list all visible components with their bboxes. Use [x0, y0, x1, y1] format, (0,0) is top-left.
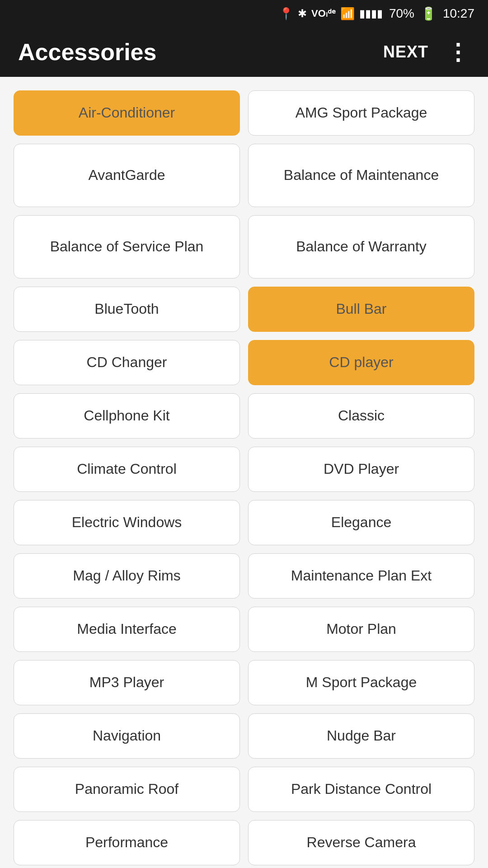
- chip-cd-player[interactable]: CD player: [248, 340, 474, 385]
- location-icon: 📍: [279, 7, 293, 21]
- clock: 10:27: [443, 6, 474, 21]
- chip-balance-of-maintenance[interactable]: Balance of Maintenance: [248, 144, 474, 207]
- chip-performance[interactable]: Performance: [14, 820, 240, 865]
- chip-media-interface[interactable]: Media Interface: [14, 607, 240, 652]
- status-icons: 📍 ✱ VOₗᵈᵉ 📶 ▮▮▮▮: [279, 7, 383, 21]
- chip-bluetooth[interactable]: BlueTooth: [14, 287, 240, 332]
- chip-climate-control[interactable]: Climate Control: [14, 447, 240, 492]
- app-bar: Accessories NEXT ⋮: [0, 27, 488, 77]
- volte-icon: VOₗᵈᵉ: [311, 8, 336, 19]
- app-bar-actions: NEXT ⋮: [383, 41, 470, 63]
- chip-classic[interactable]: Classic: [248, 393, 474, 439]
- chip-air-conditioner[interactable]: Air-Conditioner: [14, 90, 240, 136]
- status-bar: 📍 ✱ VOₗᵈᵉ 📶 ▮▮▮▮ 70% 🔋 10:27: [0, 0, 488, 27]
- chip-park-distance-control[interactable]: Park Distance Control: [248, 767, 474, 812]
- signal-icon: ▮▮▮▮: [359, 7, 383, 20]
- overflow-menu-button[interactable]: ⋮: [446, 41, 470, 63]
- chip-amg-sport-package[interactable]: AMG Sport Package: [248, 90, 474, 136]
- chip-m-sport-package[interactable]: M Sport Package: [248, 660, 474, 705]
- page-title: Accessories: [18, 38, 156, 66]
- chip-balance-of-service-plan[interactable]: Balance of Service Plan: [14, 215, 240, 278]
- chip-cellphone-kit[interactable]: Cellphone Kit: [14, 393, 240, 439]
- battery-level: 70%: [389, 6, 414, 21]
- chip-reverse-camera[interactable]: Reverse Camera: [248, 820, 474, 865]
- chip-elegance[interactable]: Elegance: [248, 500, 474, 545]
- chip-balance-of-warranty[interactable]: Balance of Warranty: [248, 215, 474, 278]
- chip-mp3-player[interactable]: MP3 Player: [14, 660, 240, 705]
- bluetooth-status-icon: ✱: [298, 7, 307, 20]
- chip-motor-plan[interactable]: Motor Plan: [248, 607, 474, 652]
- chip-maintenance-plan-ext[interactable]: Maintenance Plan Ext: [248, 553, 474, 599]
- next-button[interactable]: NEXT: [383, 42, 428, 61]
- wifi-icon: 📶: [340, 7, 355, 21]
- chip-electric-windows[interactable]: Electric Windows: [14, 500, 240, 545]
- chip-navigation[interactable]: Navigation: [14, 713, 240, 759]
- chip-dvd-player[interactable]: DVD Player: [248, 447, 474, 492]
- battery-icon: 🔋: [421, 6, 436, 21]
- accessories-grid: Air-ConditionerAMG Sport PackageAvantGar…: [14, 90, 474, 865]
- chip-panoramic-roof[interactable]: Panoramic Roof: [14, 767, 240, 812]
- chip-mag-alloy-rims[interactable]: Mag / Alloy Rims: [14, 553, 240, 599]
- chip-avantgarde[interactable]: AvantGarde: [14, 144, 240, 207]
- chip-nudge-bar[interactable]: Nudge Bar: [248, 713, 474, 759]
- accessories-content: Air-ConditionerAMG Sport PackageAvantGar…: [0, 77, 488, 868]
- chip-bull-bar[interactable]: Bull Bar: [248, 287, 474, 332]
- chip-cd-changer[interactable]: CD Changer: [14, 340, 240, 385]
